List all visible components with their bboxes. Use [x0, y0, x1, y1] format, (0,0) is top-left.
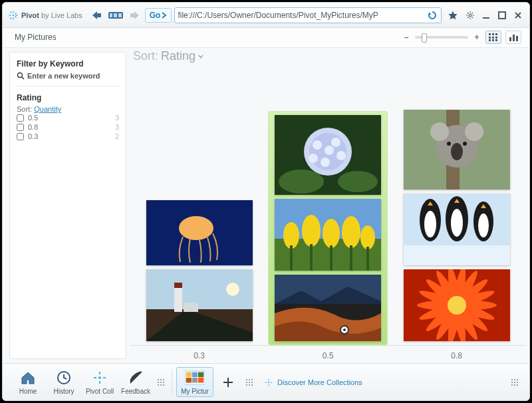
column[interactable] — [268, 111, 388, 345]
filmstrip-button[interactable] — [108, 8, 124, 23]
svg-point-41 — [179, 216, 213, 240]
facet-checkbox[interactable] — [17, 114, 24, 122]
svg-rect-34 — [495, 39, 497, 41]
svg-point-65 — [360, 225, 375, 249]
page-title: My Pictures — [15, 33, 57, 42]
facet-value: 0.3 — [28, 132, 38, 140]
svg-rect-132 — [268, 384, 269, 385]
svg-line-20 — [467, 12, 469, 13]
sort-bar: Sort: Rating — [130, 48, 525, 67]
svg-rect-9 — [96, 13, 101, 17]
sort-field-select[interactable]: Rating — [161, 49, 203, 63]
svg-rect-25 — [499, 12, 505, 19]
url-input[interactable] — [178, 11, 426, 20]
svg-rect-117 — [198, 372, 203, 378]
thumbnail[interactable] — [275, 199, 381, 271]
sort-field: Rating — [161, 49, 196, 63]
maximize-button[interactable] — [496, 9, 508, 21]
dock-grip[interactable] — [508, 376, 521, 389]
dock-grip[interactable] — [154, 376, 168, 389]
back-button[interactable] — [89, 8, 105, 23]
column[interactable] — [397, 106, 517, 345]
dock-label: Home — [19, 388, 37, 395]
svg-point-130 — [268, 381, 269, 382]
dock-add-tab[interactable] — [215, 372, 241, 392]
back-arrow-icon — [91, 10, 103, 21]
svg-point-75 — [430, 122, 449, 141]
desert-image-icon — [275, 275, 381, 341]
thumbnail[interactable] — [404, 194, 510, 265]
dock-home[interactable]: Home — [11, 368, 45, 396]
sidebar: Filter by Keyword Rating Sort: Quantity … — [9, 52, 126, 359]
reload-button[interactable] — [426, 9, 438, 21]
svg-rect-133 — [265, 382, 267, 382]
svg-rect-35 — [509, 37, 511, 41]
home-icon — [20, 370, 36, 385]
svg-rect-4 — [15, 15, 17, 15]
keyword-input[interactable] — [27, 72, 119, 80]
svg-point-109 — [160, 382, 162, 383]
svg-line-39 — [22, 77, 24, 79]
facet-row[interactable]: 0.5 3 — [17, 113, 119, 122]
pivot-logo-icon — [92, 370, 108, 386]
facet-row[interactable]: 0.3 2 — [17, 132, 119, 141]
grip-icon — [511, 378, 519, 386]
thumbnail[interactable] — [275, 115, 381, 195]
svg-point-64 — [342, 216, 360, 248]
svg-rect-115 — [186, 372, 192, 378]
dock-pivot-collections[interactable]: Pivot Coll — [82, 368, 117, 396]
facet-count: 2 — [115, 132, 119, 140]
go-button[interactable]: Go — [145, 8, 172, 23]
facet-checkbox[interactable] — [17, 133, 24, 140]
svg-rect-44 — [174, 285, 182, 312]
grid-icon — [489, 33, 498, 41]
zoom-in-button[interactable]: + — [472, 33, 481, 42]
dock-grip[interactable] — [243, 376, 256, 389]
zoom-slider[interactable] — [415, 36, 468, 39]
dock-active-tab[interactable]: My Pictur — [176, 367, 213, 397]
thumbnail[interactable] — [146, 269, 253, 341]
svg-point-135 — [511, 379, 513, 380]
svg-rect-104 — [103, 377, 106, 378]
thumbnail[interactable] — [275, 275, 381, 341]
svg-line-23 — [467, 17, 469, 18]
maximize-icon — [498, 11, 506, 19]
dock-history[interactable]: History — [47, 368, 81, 396]
dock-feedback[interactable]: Feedback — [118, 368, 153, 396]
svg-rect-14 — [130, 13, 135, 17]
settings-button[interactable] — [464, 9, 476, 21]
minimize-button[interactable] — [480, 9, 492, 21]
svg-point-47 — [226, 283, 239, 296]
favorite-button[interactable] — [444, 10, 462, 21]
svg-rect-116 — [192, 372, 198, 378]
facet-row[interactable]: 0.8 3 — [17, 122, 119, 132]
svg-point-122 — [249, 379, 250, 380]
pivot-logo-icon — [264, 378, 273, 387]
pivot-logo-icon — [8, 10, 19, 21]
thumbnail[interactable] — [404, 110, 510, 190]
thumbnail[interactable] — [146, 200, 253, 265]
forward-button[interactable] — [126, 8, 142, 23]
column[interactable] — [140, 196, 259, 345]
svg-rect-11 — [110, 13, 112, 17]
svg-rect-32 — [489, 39, 491, 41]
zoom-out-button[interactable]: – — [402, 33, 411, 42]
svg-point-125 — [249, 382, 250, 383]
facet-sort-link[interactable]: Quantity — [34, 105, 61, 113]
bar-view-button[interactable] — [505, 31, 521, 44]
svg-point-55 — [309, 154, 318, 163]
svg-point-63 — [323, 219, 340, 248]
discover-link[interactable]: Discover More Collections — [264, 378, 362, 387]
svg-point-61 — [283, 222, 299, 249]
svg-point-76 — [465, 122, 483, 141]
svg-point-112 — [160, 384, 162, 386]
facet-checkbox[interactable] — [17, 124, 24, 131]
close-button[interactable] — [512, 9, 524, 21]
svg-point-38 — [18, 73, 23, 78]
svg-point-111 — [158, 384, 159, 386]
go-label: Go — [150, 11, 161, 20]
cursor-icon — [340, 325, 349, 335]
svg-point-85 — [451, 209, 463, 237]
thumbnail[interactable] — [404, 269, 510, 341]
grid-view-button[interactable] — [485, 31, 501, 44]
